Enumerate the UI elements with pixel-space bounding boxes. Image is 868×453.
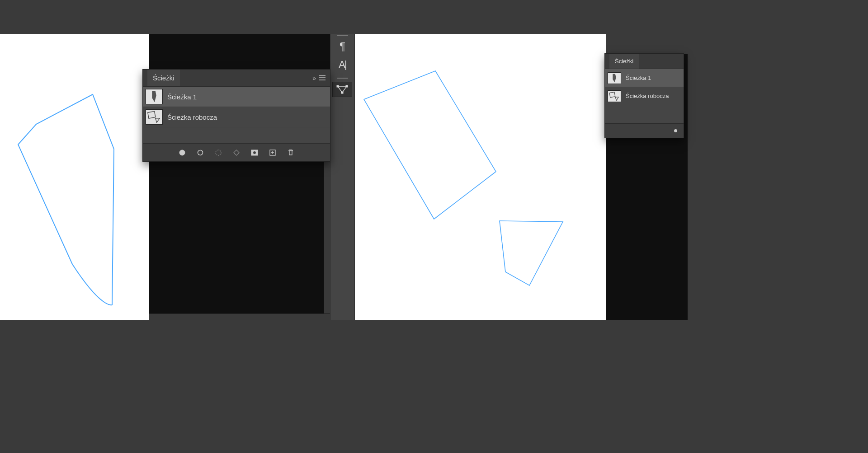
path-thumbnail-icon xyxy=(608,72,621,84)
fill-path-icon[interactable] xyxy=(178,148,187,157)
selection-to-path-icon[interactable] xyxy=(214,148,223,157)
paths-panel-footer xyxy=(143,143,330,161)
svg-rect-1 xyxy=(346,85,348,88)
scrollbar-horizontal-left[interactable] xyxy=(149,313,330,320)
path-row-label: Ścieżka 1 xyxy=(626,75,651,81)
path-row[interactable]: Ścieżka robocza xyxy=(605,87,684,105)
svg-rect-3 xyxy=(148,111,156,118)
svg-point-6 xyxy=(216,150,221,155)
paths-tab[interactable]: Ścieżki xyxy=(147,70,180,86)
paths-tab-label: Ścieżki xyxy=(615,58,633,65)
grip-icon[interactable] xyxy=(330,34,354,37)
svg-rect-2 xyxy=(341,92,344,94)
menu-icon[interactable] xyxy=(319,74,326,82)
svg-rect-0 xyxy=(337,85,339,88)
paths-toolbar-icon[interactable] xyxy=(332,82,352,97)
paths-panel-body: Ścieżka 1 Ścieżka robocza xyxy=(605,69,684,123)
path-shape-left xyxy=(18,94,114,305)
svg-point-8 xyxy=(253,151,256,154)
paths-panel-left: Ścieżki » Ścieżka 1 xyxy=(142,69,330,162)
grip-icon[interactable] xyxy=(330,76,354,80)
paths-panel-footer xyxy=(605,123,684,138)
svg-rect-10 xyxy=(609,92,615,97)
path-row[interactable]: Ścieżka robocza xyxy=(143,107,330,127)
path-row[interactable]: Ścieżka 1 xyxy=(605,69,684,87)
canvas-right[interactable] xyxy=(355,34,606,320)
collapse-icon[interactable]: » xyxy=(312,75,315,82)
canvas-right-svg xyxy=(355,34,606,320)
viewport: ¶ A| Ścieżki » xyxy=(0,0,868,453)
path-row[interactable]: Ścieżka 1 xyxy=(143,87,330,107)
delete-icon[interactable] xyxy=(286,148,295,157)
collapsed-tool-rail: ¶ A| xyxy=(330,34,355,320)
footer-dot-icon[interactable] xyxy=(674,129,677,132)
svg-point-4 xyxy=(179,150,185,155)
paths-panel-header[interactable]: Ścieżki » xyxy=(143,70,330,87)
path-thumbnail-icon xyxy=(146,89,163,104)
new-path-icon[interactable] xyxy=(268,148,277,157)
scrollbar-vertical-left[interactable] xyxy=(324,161,330,320)
canvas-left-svg xyxy=(0,34,149,320)
path-to-selection-icon[interactable] xyxy=(232,148,241,157)
path-row-label: Ścieżka 1 xyxy=(167,93,197,101)
svg-point-5 xyxy=(198,150,203,155)
character-icon[interactable]: A| xyxy=(330,56,354,74)
paths-panel-header[interactable]: Ścieżki xyxy=(605,54,684,69)
path-thumbnail-icon xyxy=(146,109,163,125)
path-shape-rect xyxy=(364,71,496,219)
paths-tab-label: Ścieżki xyxy=(153,74,175,82)
path-row-label: Ścieżka robocza xyxy=(626,93,669,99)
path-thumbnail-icon xyxy=(608,90,621,102)
path-row-label: Ścieżka robocza xyxy=(167,113,217,121)
paths-panel-right: Ścieżki Ścieżka 1 Ścieżka robocza xyxy=(604,53,684,138)
add-mask-icon[interactable] xyxy=(250,148,259,157)
paths-panel-body: Ścieżka 1 Ścieżka robocza xyxy=(143,87,330,143)
canvas-left[interactable] xyxy=(0,34,149,320)
paths-tab[interactable]: Ścieżki xyxy=(609,54,639,69)
paragraph-icon[interactable]: ¶ xyxy=(330,37,354,56)
path-shape-triangle xyxy=(500,221,563,285)
stroke-path-icon[interactable] xyxy=(196,148,205,157)
